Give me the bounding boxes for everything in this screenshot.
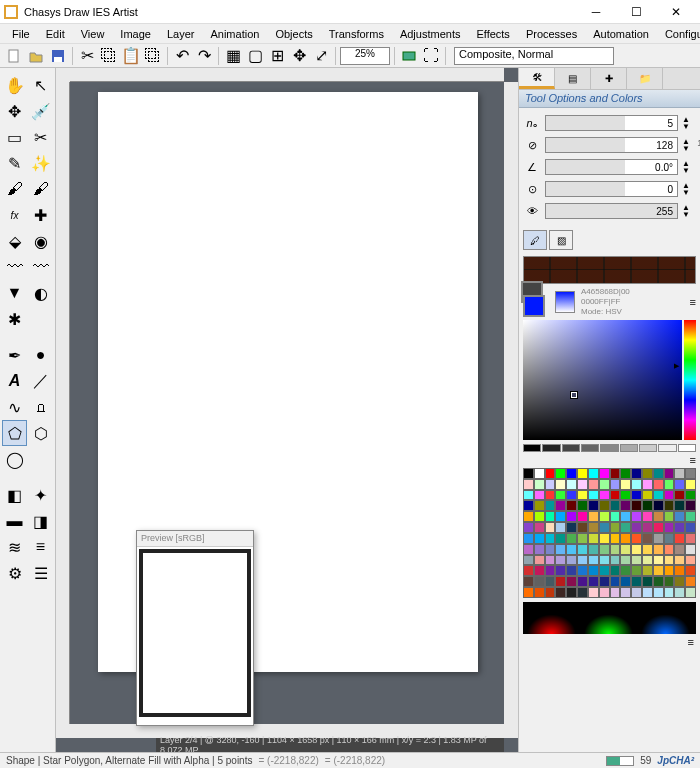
palette-swatch[interactable] <box>685 544 696 555</box>
histogram-menu-icon[interactable]: ≡ <box>688 636 694 648</box>
hue-slider[interactable] <box>684 320 696 440</box>
menu-image[interactable]: Image <box>112 26 159 42</box>
palette-swatch[interactable] <box>653 576 664 587</box>
path-tool[interactable]: ⬡ <box>28 420 53 446</box>
palette-swatch[interactable] <box>674 511 685 522</box>
palette-swatch[interactable] <box>555 544 566 555</box>
wand-tool[interactable]: ✨ <box>28 150 53 176</box>
palette-swatch[interactable] <box>674 479 685 490</box>
palette-swatch[interactable] <box>664 500 675 511</box>
palette-swatch[interactable] <box>599 500 610 511</box>
palette-swatch[interactable] <box>523 522 534 533</box>
minimize-button[interactable]: ─ <box>576 1 616 23</box>
palette-swatch[interactable] <box>545 468 556 479</box>
palette-swatch[interactable] <box>545 511 556 522</box>
opacity-spinner[interactable]: ▲▼ <box>682 204 692 218</box>
brush2-tool[interactable]: 🖌 <box>28 176 53 202</box>
ruler-vertical[interactable] <box>56 82 70 738</box>
palette-swatch[interactable] <box>599 490 610 501</box>
tab-folder[interactable]: 📁 <box>627 68 663 89</box>
pointer-tool[interactable]: ↖ <box>28 72 53 98</box>
palette-swatch[interactable] <box>620 500 631 511</box>
palette-swatch[interactable] <box>566 511 577 522</box>
guides-button[interactable]: ⊞ <box>267 46 287 66</box>
palette-swatch[interactable] <box>631 468 642 479</box>
palette-swatch[interactable] <box>674 500 685 511</box>
palette-swatch[interactable] <box>653 587 664 598</box>
palette-swatch[interactable] <box>555 479 566 490</box>
palette-swatch[interactable] <box>685 490 696 501</box>
palette-swatch[interactable] <box>653 533 664 544</box>
palette-swatch[interactable] <box>610 490 621 501</box>
palette-swatch[interactable] <box>588 522 599 533</box>
palette-swatch[interactable] <box>534 511 545 522</box>
palette-swatch[interactable] <box>577 500 588 511</box>
grid-button[interactable]: ▦ <box>223 46 243 66</box>
palette-swatch[interactable] <box>555 490 566 501</box>
palette-swatch[interactable] <box>685 511 696 522</box>
duplicate-button[interactable]: ⿻ <box>143 46 163 66</box>
copy-button[interactable]: ⿻ <box>99 46 119 66</box>
pencil-tool[interactable]: ✎ <box>2 150 27 176</box>
size-input[interactable] <box>545 137 678 153</box>
palette-swatch[interactable] <box>588 555 599 566</box>
palette-swatch[interactable] <box>577 544 588 555</box>
palette-swatch[interactable] <box>685 565 696 576</box>
snap-button[interactable]: ▢ <box>245 46 265 66</box>
palette-swatch[interactable] <box>620 544 631 555</box>
gradient-tool[interactable]: ◨ <box>28 508 53 534</box>
menu-view[interactable]: View <box>73 26 113 42</box>
palette-swatch[interactable] <box>610 576 621 587</box>
palette-swatch[interactable] <box>620 468 631 479</box>
palette-swatch[interactable] <box>642 544 653 555</box>
pen-tool[interactable]: ✒ <box>2 342 27 368</box>
palette-swatch[interactable] <box>653 544 664 555</box>
palette-swatch[interactable] <box>545 522 556 533</box>
palette-swatch[interactable] <box>577 576 588 587</box>
text-tool[interactable]: A <box>2 368 27 394</box>
menu-automation[interactable]: Automation <box>585 26 657 42</box>
levels-tool[interactable]: ☰ <box>28 560 53 586</box>
menu-layer[interactable]: Layer <box>159 26 203 42</box>
palette-swatch[interactable] <box>577 490 588 501</box>
palette-swatch[interactable] <box>523 511 534 522</box>
palette-swatch[interactable] <box>631 587 642 598</box>
palette-swatch[interactable] <box>674 490 685 501</box>
palette-swatch[interactable] <box>685 522 696 533</box>
palette-swatch[interactable] <box>523 587 534 598</box>
palette-swatch[interactable] <box>523 500 534 511</box>
palette-swatch[interactable] <box>685 500 696 511</box>
palette-swatch[interactable] <box>534 522 545 533</box>
brush-tool[interactable]: 🖌 <box>2 176 27 202</box>
palette-swatch[interactable] <box>545 479 556 490</box>
palette-swatch[interactable] <box>545 533 556 544</box>
palette-swatch[interactable] <box>566 500 577 511</box>
angle-spinner[interactable]: ▲▼ <box>682 160 692 174</box>
palette-swatch[interactable] <box>642 587 653 598</box>
palette-swatch[interactable] <box>566 490 577 501</box>
palette-swatch[interactable] <box>523 468 534 479</box>
palette-swatch[interactable] <box>664 555 675 566</box>
hand-tool[interactable]: ✋ <box>2 72 27 98</box>
ruler-horizontal[interactable] <box>70 68 504 82</box>
scrollbar-vertical[interactable] <box>504 82 518 724</box>
ellipse-tool[interactable]: ◯ <box>2 446 27 472</box>
palette-swatch[interactable] <box>523 576 534 587</box>
palette-swatch[interactable] <box>664 468 675 479</box>
tab-tools[interactable]: 🛠 <box>519 68 555 89</box>
palette-swatch[interactable] <box>631 576 642 587</box>
palette-swatch[interactable] <box>631 511 642 522</box>
opacity-input[interactable] <box>545 203 678 219</box>
palette-swatch[interactable] <box>642 479 653 490</box>
palette-swatch[interactable] <box>566 522 577 533</box>
tab-add[interactable]: ✚ <box>591 68 627 89</box>
palette-swatch[interactable] <box>631 544 642 555</box>
palette-swatch[interactable] <box>555 533 566 544</box>
texture-preview[interactable] <box>523 256 696 284</box>
palette-swatch[interactable] <box>555 555 566 566</box>
tab-layers[interactable]: ▤ <box>555 68 591 89</box>
dodge-tool[interactable]: ◐ <box>28 280 53 306</box>
gray-swatch[interactable] <box>639 444 657 452</box>
palette-swatch[interactable] <box>599 511 610 522</box>
palette-swatch[interactable] <box>534 565 545 576</box>
